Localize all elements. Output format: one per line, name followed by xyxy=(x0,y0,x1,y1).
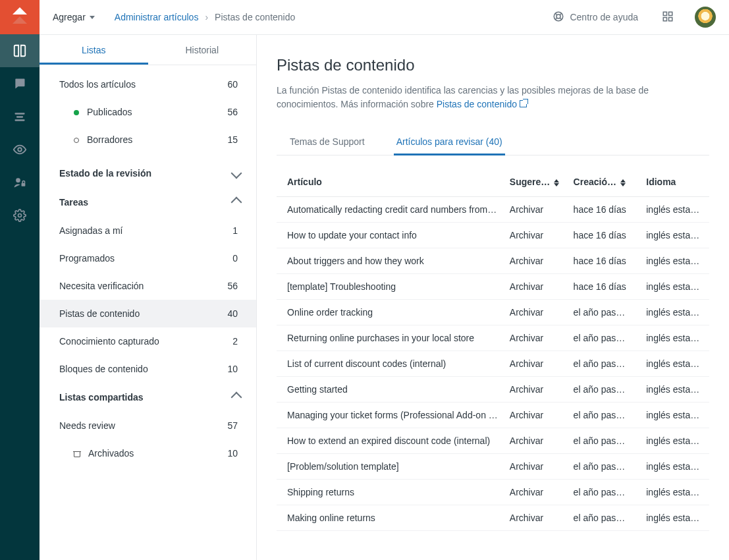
sidebar-tab-history[interactable]: Historial xyxy=(148,35,257,65)
help-label: Centro de ayuda xyxy=(570,12,638,22)
table-row[interactable]: About triggers and how they workArchivar… xyxy=(277,248,709,274)
svg-rect-5 xyxy=(22,183,26,186)
cell-article: Automatically redacting credit card numb… xyxy=(277,197,504,223)
rail-item-settings[interactable] xyxy=(0,199,40,232)
sidebar-item-label: Publicados xyxy=(87,107,132,117)
sidebar-item-drafts[interactable]: Borradores 15 xyxy=(40,126,256,154)
app-switcher-icon[interactable] xyxy=(662,11,674,24)
help-center-link[interactable]: Centro de ayuda xyxy=(553,11,638,24)
cell-article: Getting started xyxy=(277,377,504,403)
table-row[interactable]: List of current discount codes (internal… xyxy=(277,351,709,377)
sidebar-item-label: Pistas de contenido xyxy=(59,308,140,319)
sidebar-item-needs-verification[interactable]: Necesita verificación 56 xyxy=(40,272,256,300)
chevron-up-icon xyxy=(231,392,242,403)
table-row[interactable]: Shipping returnsArchivarel año pas…inglé… xyxy=(277,480,709,505)
table-row[interactable]: Making online returnsArchivarel año pas…… xyxy=(277,505,709,531)
table-row[interactable]: Managing your ticket forms (Professional… xyxy=(277,403,709,428)
sidebar-item-count: 56 xyxy=(227,107,238,117)
sidebar-item-label: Borradores xyxy=(87,134,132,145)
sidebar-section-shared[interactable]: Listas compartidas xyxy=(40,383,256,412)
book-open-icon xyxy=(13,43,27,58)
sidebar-section-tasks[interactable]: Tareas xyxy=(40,188,256,217)
external-link-icon xyxy=(520,100,527,107)
svg-rect-0 xyxy=(15,113,25,115)
sidebar-item-count: 2 xyxy=(232,336,238,347)
table-row[interactable]: [Problem/solution template]Archivarel añ… xyxy=(277,454,709,480)
cell-suggestion: Archivar xyxy=(504,197,568,223)
rail-item-arrange[interactable] xyxy=(0,100,40,133)
avatar[interactable] xyxy=(695,7,716,28)
sidebar-item-count: 10 xyxy=(227,448,238,459)
section-title: Estado de la revisión xyxy=(59,168,151,179)
sidebar-item-needs-review[interactable]: Needs review 57 xyxy=(40,412,256,439)
cell-created: el año pas… xyxy=(568,428,641,454)
cell-suggestion: Archivar xyxy=(504,223,568,248)
sidebar-item-published[interactable]: Publicados 56 xyxy=(40,98,256,126)
sidebar-item-count: 10 xyxy=(227,364,238,374)
sidebar-item-count: 15 xyxy=(227,134,238,145)
cell-language: inglés esta… xyxy=(641,197,709,223)
column-header-created[interactable]: Creació… xyxy=(568,167,641,197)
svg-point-4 xyxy=(16,178,20,182)
learn-more-link[interactable]: Pistas de contenido xyxy=(437,99,527,109)
svg-point-3 xyxy=(18,148,22,152)
add-dropdown[interactable]: Agregar xyxy=(53,12,95,22)
cell-suggestion: Archivar xyxy=(504,325,568,351)
cell-language: inglés esta… xyxy=(641,480,709,505)
svg-point-8 xyxy=(556,14,560,18)
breadcrumb-current: Pistas de contenido xyxy=(215,12,295,22)
cell-article: [Problem/solution template] xyxy=(277,454,504,480)
product-logo[interactable] xyxy=(0,0,40,34)
svg-rect-2 xyxy=(15,119,25,121)
sidebar-item-label: Necesita verificación xyxy=(59,281,144,291)
column-header-language[interactable]: Idioma xyxy=(641,167,709,197)
cell-suggestion: Archivar xyxy=(504,403,568,428)
sidebar-tab-lists[interactable]: Listas xyxy=(40,35,148,65)
cell-created: hace 16 días xyxy=(568,197,641,223)
articles-table: Artículo Sugere… Creació… Idioma Automat… xyxy=(277,167,709,531)
rail-item-permissions[interactable] xyxy=(0,166,40,199)
sidebar-section-review-state[interactable]: Estado de la revisión xyxy=(40,159,256,188)
sidebar-item-label: Conocimiento capturado xyxy=(59,336,159,347)
sidebar-item-assigned[interactable]: Asignadas a mí 1 xyxy=(40,217,256,244)
column-header-article[interactable]: Artículo xyxy=(277,167,504,197)
sidebar-item-label: Todos los artículos xyxy=(59,79,136,90)
table-row[interactable]: Automatically redacting credit card numb… xyxy=(277,197,709,223)
table-row[interactable]: How to extend an expired discount code (… xyxy=(277,428,709,454)
table-row[interactable]: Returning online purchases in your local… xyxy=(277,325,709,351)
sidebar-item-count: 0 xyxy=(232,253,238,264)
sidebar-item-all-articles[interactable]: Todos los artículos 60 xyxy=(40,70,256,98)
sidebar-item-archived[interactable]: Archivados 10 xyxy=(40,439,256,467)
cell-language: inglés esta… xyxy=(641,300,709,325)
tab-support-topics[interactable]: Temas de Support xyxy=(287,130,367,155)
cell-article: About triggers and how they work xyxy=(277,248,504,274)
table-row[interactable]: How to update your contact infoArchivarh… xyxy=(277,223,709,248)
table-row[interactable]: Getting startedArchivarel año pas…inglés… xyxy=(277,377,709,403)
sort-icon xyxy=(554,179,559,186)
cell-suggestion: Archivar xyxy=(504,300,568,325)
rail-item-comments[interactable] xyxy=(0,67,40,100)
sidebar-item-content-blocks[interactable]: Bloques de contenido 10 xyxy=(40,355,256,383)
cell-language: inglés esta… xyxy=(641,351,709,377)
tab-articles-to-review[interactable]: Artículos para revisar (40) xyxy=(394,130,505,155)
table-row[interactable]: Online order trackingArchivarel año pas…… xyxy=(277,300,709,325)
cell-article: Online order tracking xyxy=(277,300,504,325)
rail-item-articles[interactable] xyxy=(0,34,40,67)
breadcrumb-root-link[interactable]: Administrar artículos xyxy=(115,12,199,22)
svg-rect-9 xyxy=(663,12,666,15)
table-row[interactable]: [template] TroubleshootingArchivarhace 1… xyxy=(277,274,709,300)
cell-article: Shipping returns xyxy=(277,480,504,505)
column-header-suggestion[interactable]: Sugere… xyxy=(504,167,568,197)
cell-article: Making online returns xyxy=(277,505,504,531)
sidebar-item-content-cues[interactable]: Pistas de contenido 40 xyxy=(40,300,256,327)
sidebar-item-scheduled[interactable]: Programados 0 xyxy=(40,244,256,272)
eye-icon xyxy=(13,142,27,157)
content-pane: Pistas de contenido La función Pistas de… xyxy=(257,35,729,560)
section-title: Listas compartidas xyxy=(59,392,144,403)
svg-rect-10 xyxy=(669,12,672,15)
cell-created: el año pas… xyxy=(568,505,641,531)
sidebar-item-captured-knowledge[interactable]: Conocimiento capturado 2 xyxy=(40,327,256,355)
rail-item-views[interactable] xyxy=(0,133,40,166)
svg-rect-11 xyxy=(663,17,666,20)
sidebar-item-label: Needs review xyxy=(59,420,115,431)
